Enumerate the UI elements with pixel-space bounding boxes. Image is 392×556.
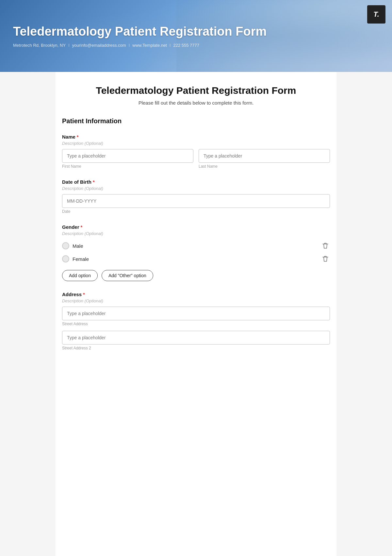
- hero-email: yourinfo@emailaddress.com: [72, 43, 126, 48]
- radio-option-female: Female: [62, 252, 330, 265]
- dob-required-star: *: [93, 179, 95, 185]
- dob-input[interactable]: [62, 194, 330, 208]
- hero-address: Metrotech Rd, Brooklyn, NY: [13, 43, 66, 48]
- radio-left-female: Female: [62, 255, 89, 262]
- name-two-col: First Name Last Name: [62, 149, 330, 169]
- form-title: Teledermatology Patient Registration For…: [62, 85, 330, 96]
- add-other-option-button[interactable]: Add "Other" option: [102, 270, 153, 281]
- gender-label-text: Gender: [62, 224, 79, 230]
- delete-icon-female[interactable]: [321, 254, 330, 263]
- section-heading-patient-info: Patient Information: [62, 117, 330, 126]
- last-name-input[interactable]: [199, 149, 330, 163]
- hero-phone: 222 555 7777: [173, 43, 199, 48]
- street1-wrapper: Street Address: [62, 307, 330, 326]
- last-name-wrapper: Last Name: [199, 149, 330, 169]
- radio-left-male: Male: [62, 242, 83, 249]
- radio-circle-male[interactable]: [62, 242, 69, 249]
- radio-circle-female[interactable]: [62, 255, 69, 262]
- field-group-address: Address * Description (Optional) Street …: [62, 292, 330, 350]
- last-name-sub-label: Last Name: [199, 164, 330, 169]
- sep3: I: [170, 43, 171, 48]
- logo-badge: T.: [367, 5, 385, 24]
- gender-description: Description (Optional): [62, 231, 330, 236]
- address-description: Description (Optional): [62, 298, 330, 303]
- radio-label-female: Female: [73, 256, 89, 262]
- dob-description: Description (Optional): [62, 186, 330, 191]
- first-name-input[interactable]: [62, 149, 193, 163]
- field-label-dob: Date of Birth *: [62, 179, 330, 185]
- field-group-dob: Date of Birth * Description (Optional) D…: [62, 179, 330, 214]
- first-name-sub-label: First Name: [62, 164, 193, 169]
- delete-icon-male[interactable]: [321, 241, 330, 250]
- street1-sub-label: Street Address: [62, 322, 330, 326]
- sep2: I: [129, 43, 130, 48]
- sep1: I: [68, 43, 70, 48]
- field-group-name: Name * Description (Optional) First Name…: [62, 134, 330, 169]
- address-required-star: *: [83, 292, 85, 297]
- street2-wrapper: Street Address 2: [62, 331, 330, 350]
- gender-required-star: *: [81, 224, 83, 230]
- street1-input[interactable]: [62, 307, 330, 320]
- add-option-button[interactable]: Add option: [62, 270, 98, 281]
- dob-label-text: Date of Birth: [62, 179, 91, 185]
- name-label-text: Name: [62, 134, 75, 140]
- street2-sub-label: Street Address 2: [62, 346, 330, 350]
- main-content: Teledermatology Patient Registration For…: [56, 72, 336, 556]
- field-label-address: Address *: [62, 292, 330, 297]
- hero-website: www.Template.net: [132, 43, 167, 48]
- add-options-row: Add option Add "Other" option: [62, 270, 330, 281]
- form-subtitle: Please fill out the details below to com…: [62, 100, 330, 106]
- dob-sub-label: Date: [62, 209, 330, 214]
- first-name-wrapper: First Name: [62, 149, 193, 169]
- field-group-gender: Gender * Description (Optional) Male Fem…: [62, 224, 330, 281]
- field-label-gender: Gender *: [62, 224, 330, 230]
- street2-input[interactable]: [62, 331, 330, 345]
- name-description: Description (Optional): [62, 141, 330, 146]
- radio-option-male: Male: [62, 239, 330, 252]
- name-required-star: *: [77, 134, 79, 140]
- radio-label-male: Male: [73, 243, 83, 249]
- dob-wrapper: Date: [62, 194, 330, 214]
- hero-banner: T. Teledermatology Patient Registration …: [0, 0, 392, 72]
- address-label-text: Address: [62, 292, 82, 297]
- hero-title: Teledermatology Patient Registration For…: [13, 24, 379, 39]
- hero-meta: Metrotech Rd, Brooklyn, NY I yourinfo@em…: [13, 43, 379, 48]
- field-label-name: Name *: [62, 134, 330, 140]
